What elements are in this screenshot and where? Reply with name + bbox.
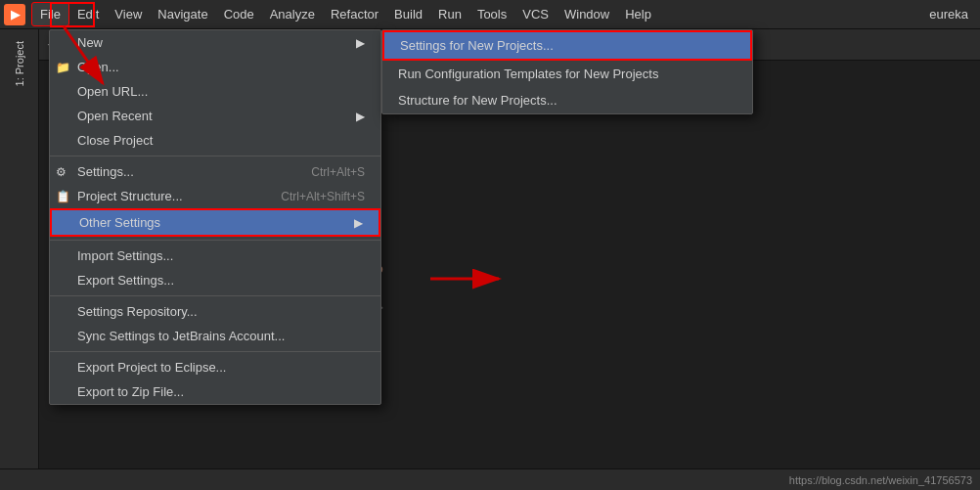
other-settings-label: Other Settings [79,215,160,230]
settings-label: Settings... [77,164,134,179]
status-url: https://blog.csdn.net/weixin_41756573 [789,474,972,486]
menu-export-eclipse[interactable]: Export Project to Eclipse... [50,355,380,379]
new-arrow-icon: ▶ [356,36,365,50]
menu-view[interactable]: View [107,3,150,25]
project-structure-shortcut: Ctrl+Alt+Shift+S [281,190,365,203]
menu-bar: ▶ File Edit View Navigate Code Analyze R… [0,0,980,29]
settings-new-projects-label: Settings for New Projects... [400,38,554,53]
file-menu-dropdown[interactable]: New ▶ 📁 Open... Open URL... Open Recent … [49,29,381,405]
open-folder-icon: 📁 [56,61,70,74]
structure-new-projects-label: Structure for New Projects... [398,93,557,108]
import-settings-label: Import Settings... [77,248,173,263]
menu-other-settings[interactable]: Other Settings ▶ [50,208,380,237]
menu-file[interactable]: File [31,2,69,26]
export-settings-label: Export Settings... [77,273,174,288]
open-url-label: Open URL... [77,84,148,99]
menu-import-settings[interactable]: Import Settings... [50,244,380,268]
app-logo: ▶ [4,4,25,25]
open-label: Open... [77,60,119,74]
menu-edit[interactable]: Edit [69,3,107,25]
menu-code[interactable]: Code [216,3,262,25]
user-label: eureka [921,7,976,22]
sidebar-tab-project[interactable]: 1: Project [10,33,29,94]
menu-refactor[interactable]: Refactor [323,3,386,25]
menu-help[interactable]: Help [617,3,659,25]
menu-export-zip[interactable]: Export to Zip File... [50,379,380,404]
menu-settings[interactable]: ⚙ Settings... Ctrl+Alt+S [50,159,380,184]
settings-icon: ⚙ [56,165,67,179]
separator-3 [50,295,380,296]
menu-new[interactable]: New ▶ [50,30,380,55]
other-settings-arrow-icon: ▶ [354,216,363,230]
menu-navigate[interactable]: Navigate [150,3,215,25]
settings-shortcut: Ctrl+Alt+S [311,165,365,179]
menu-tools[interactable]: Tools [469,3,514,25]
new-label: New [77,35,103,50]
export-eclipse-label: Export Project to Eclipse... [77,360,226,375]
menu-close-project[interactable]: Close Project [50,128,380,153]
menu-run[interactable]: Run [430,3,469,25]
menu-sync-settings[interactable]: Sync Settings to JetBrains Account... [50,324,380,348]
export-zip-label: Export to Zip File... [77,384,184,399]
menu-open-url[interactable]: Open URL... [50,79,380,104]
project-structure-label: Project Structure... [77,189,183,203]
menu-build[interactable]: Build [386,3,430,25]
other-settings-submenu[interactable]: Settings for New Projects... Run Configu… [381,29,753,114]
menu-export-settings[interactable]: Export Settings... [50,268,380,292]
sidebar: 1: Project [0,29,39,490]
separator-4 [50,351,380,352]
settings-repo-label: Settings Repository... [77,304,198,319]
menu-settings-repo[interactable]: Settings Repository... [50,299,380,324]
sync-settings-label: Sync Settings to JetBrains Account... [77,329,285,343]
open-recent-label: Open Recent [77,109,153,123]
menu-window[interactable]: Window [557,3,617,25]
separator-2 [50,240,380,241]
menu-vcs[interactable]: VCS [514,3,557,25]
menu-project-structure[interactable]: 📋 Project Structure... Ctrl+Alt+Shift+S [50,184,380,208]
run-config-templates-label: Run Configuration Templates for New Proj… [398,67,658,81]
menu-open[interactable]: 📁 Open... [50,55,380,79]
submenu-run-config-templates[interactable]: Run Configuration Templates for New Proj… [382,61,752,87]
submenu-settings-new-projects[interactable]: Settings for New Projects... [382,30,752,61]
menu-analyze[interactable]: Analyze [262,3,323,25]
submenu-structure-new-projects[interactable]: Structure for New Projects... [382,87,752,113]
project-structure-icon: 📋 [56,190,70,203]
open-recent-arrow-icon: ▶ [356,110,365,123]
status-bar: https://blog.csdn.net/weixin_41756573 [0,468,980,490]
close-project-label: Close Project [77,133,153,148]
separator-1 [50,156,380,156]
menu-open-recent[interactable]: Open Recent ▶ [50,104,380,128]
